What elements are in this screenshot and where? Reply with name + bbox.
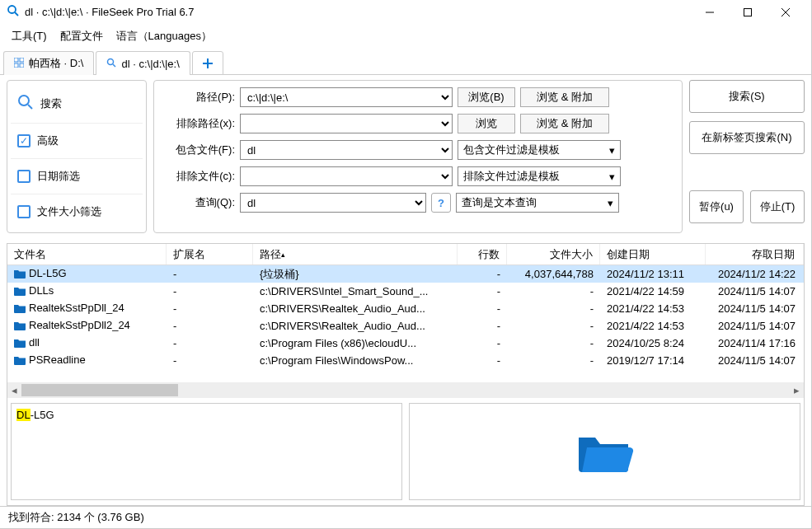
- search-button[interactable]: 搜索(S): [689, 80, 805, 113]
- window-title: dl · c:\|d:\|e:\ · FileSeek Pro Trial 6.…: [25, 6, 691, 18]
- results-panel: 文件名 扩展名 路径 ▴ 行数 文件大小 创建日期 存取日期 DL-L5G-{垃…: [7, 243, 805, 506]
- scroll-left-icon[interactable]: ◂: [7, 382, 21, 398]
- exclude-input[interactable]: [240, 166, 453, 186]
- table-row[interactable]: PSReadline-c:\Program Files\WindowsPow..…: [7, 352, 804, 369]
- status-bar: 找到符合: 2134 个 (3.76 GB): [0, 506, 811, 528]
- col-access[interactable]: 存取日期: [706, 244, 804, 264]
- chevron-down-icon: ▾: [609, 171, 615, 183]
- svg-point-0: [8, 6, 16, 13]
- chevron-down-icon: ▾: [608, 197, 613, 209]
- browse2-button[interactable]: 浏览: [458, 114, 515, 133]
- col-created[interactable]: 创建日期: [600, 244, 706, 264]
- close-button[interactable]: [767, 0, 805, 24]
- search-newtab-button[interactable]: 在新标签页搜索(N): [689, 121, 805, 154]
- svg-line-11: [113, 64, 115, 67]
- table-row[interactable]: RealtekSstPpDll_24-c:\DRIVERS\Realtek_Au…: [7, 300, 804, 317]
- menubar: 工具(T) 配置文件 语言（Languages）: [0, 24, 811, 50]
- scroll-right-icon[interactable]: ▸: [790, 382, 804, 398]
- menu-languages[interactable]: 语言（Languages）: [111, 27, 217, 45]
- xpath-label: 排除路径(x):: [161, 116, 235, 131]
- folder-icon: [14, 269, 26, 281]
- include-label: 包含文件(F):: [161, 143, 235, 157]
- query-help-button[interactable]: ?: [431, 193, 451, 213]
- table-row[interactable]: dll-c:\Program Files (x86)\ecloudU...--2…: [7, 335, 804, 352]
- sidebar-date-label: 日期筛选: [37, 169, 80, 184]
- scrollbar-thumb[interactable]: [21, 384, 178, 396]
- titlebar: dl · c:\|d:\|e:\ · FileSeek Pro Trial 6.…: [0, 0, 811, 24]
- maximize-button[interactable]: [729, 0, 767, 24]
- plus-icon: [203, 59, 213, 68]
- sidebar-item-date-filter[interactable]: 日期筛选: [11, 159, 143, 194]
- svg-rect-3: [744, 8, 752, 16]
- search-icon: [106, 58, 116, 70]
- sidebar-advanced-label: 高级: [37, 133, 59, 148]
- table-row[interactable]: RealtekSstPpDll2_24-c:\DRIVERS\Realtek_A…: [7, 317, 804, 335]
- query-mode-dropdown[interactable]: 查询是文本查询▾: [456, 193, 619, 213]
- sidebar-item-search[interactable]: 搜索: [11, 84, 143, 124]
- tab-2-label: dl · c:\|d:\|e:\: [121, 58, 179, 70]
- svg-rect-7: [20, 58, 24, 62]
- col-path[interactable]: 路径 ▴: [253, 244, 458, 264]
- query-input[interactable]: dl: [240, 193, 426, 213]
- action-buttons: 搜索(S) 在新标签页搜索(N) 暂停(u) 停止(T): [689, 80, 805, 233]
- svg-point-14: [19, 96, 29, 105]
- folder-icon: [14, 338, 26, 350]
- browse-attach-button[interactable]: 浏览 & 附加: [520, 87, 609, 107]
- svg-rect-9: [20, 63, 24, 68]
- chevron-down-icon: ▾: [609, 144, 615, 157]
- path-input[interactable]: c:\|d:\|e:\: [240, 87, 453, 107]
- folder-open-icon: [575, 428, 635, 475]
- col-lines[interactable]: 行数: [458, 244, 507, 264]
- tab-1[interactable]: 帕西格 · D:\: [3, 51, 94, 75]
- xpath-input[interactable]: [240, 114, 453, 133]
- path-label: 路径(P):: [161, 90, 235, 105]
- col-name[interactable]: 文件名: [7, 244, 167, 264]
- sidebar-item-advanced[interactable]: 高级: [11, 124, 143, 159]
- table-row[interactable]: DLLs-c:\DRIVERS\Intel_Smart_Sound_...--2…: [7, 283, 804, 300]
- exclude-label: 排除文件(c):: [161, 169, 235, 184]
- query-label: 查询(Q):: [161, 195, 235, 210]
- horizontal-scrollbar[interactable]: ◂ ▸: [7, 382, 804, 398]
- sidebar: 搜索 高级 日期筛选 文件大小筛选: [7, 80, 147, 233]
- sidebar-search-label: 搜索: [40, 96, 62, 111]
- folder-icon: [14, 321, 26, 333]
- tabstrip: 帕西格 · D:\ dl · c:\|d:\|e:\: [0, 50, 811, 75]
- status-text: 找到符合: 2134 个 (3.76 GB): [8, 511, 144, 523]
- minimize-button[interactable]: [691, 0, 729, 24]
- tab-1-label: 帕西格 · D:\: [29, 56, 83, 71]
- folder-icon: [14, 355, 26, 367]
- folder-icon: [14, 303, 26, 316]
- table-row[interactable]: DL-L5G-{垃圾桶}-4,037,644,7882024/11/2 13:1…: [7, 265, 804, 283]
- pause-button[interactable]: 暂停(u): [689, 190, 744, 223]
- preview-rest: -L5G: [31, 409, 54, 421]
- include-mode-dropdown[interactable]: 包含文件过滤是模板▾: [458, 140, 621, 160]
- browse-attach2-button[interactable]: 浏览 & 附加: [520, 114, 609, 133]
- folder-icon: [14, 286, 26, 298]
- tab-grid-icon: [14, 58, 24, 70]
- checkbox-size[interactable]: [17, 205, 31, 218]
- svg-point-10: [108, 59, 114, 64]
- search-icon: [17, 94, 34, 113]
- new-tab-button[interactable]: [192, 51, 223, 75]
- include-input[interactable]: dl: [240, 140, 453, 160]
- checkbox-advanced[interactable]: [17, 134, 31, 147]
- svg-rect-8: [14, 63, 18, 68]
- col-size[interactable]: 文件大小: [507, 244, 600, 264]
- menu-profiles[interactable]: 配置文件: [55, 27, 108, 45]
- browse-button[interactable]: 浏览(B): [458, 87, 515, 107]
- col-ext[interactable]: 扩展名: [167, 244, 253, 264]
- checkbox-date[interactable]: [17, 170, 31, 183]
- table-header: 文件名 扩展名 路径 ▴ 行数 文件大小 创建日期 存取日期: [7, 244, 804, 265]
- preview-icon-pane: [409, 403, 800, 500]
- sidebar-item-size-filter[interactable]: 文件大小筛选: [11, 194, 143, 229]
- preview-text-pane[interactable]: DL-L5G: [11, 403, 402, 500]
- menu-tools[interactable]: 工具(T): [7, 27, 52, 45]
- preview-highlight: DL: [16, 409, 31, 421]
- sidebar-size-label: 文件大小筛选: [37, 204, 101, 219]
- exclude-mode-dropdown[interactable]: 排除文件过滤是模板▾: [458, 166, 621, 186]
- svg-rect-6: [14, 58, 18, 62]
- stop-button[interactable]: 停止(T): [750, 190, 805, 223]
- preview-area: DL-L5G: [7, 398, 804, 505]
- app-icon: [7, 4, 20, 20]
- tab-2[interactable]: dl · c:\|d:\|e:\: [96, 51, 190, 75]
